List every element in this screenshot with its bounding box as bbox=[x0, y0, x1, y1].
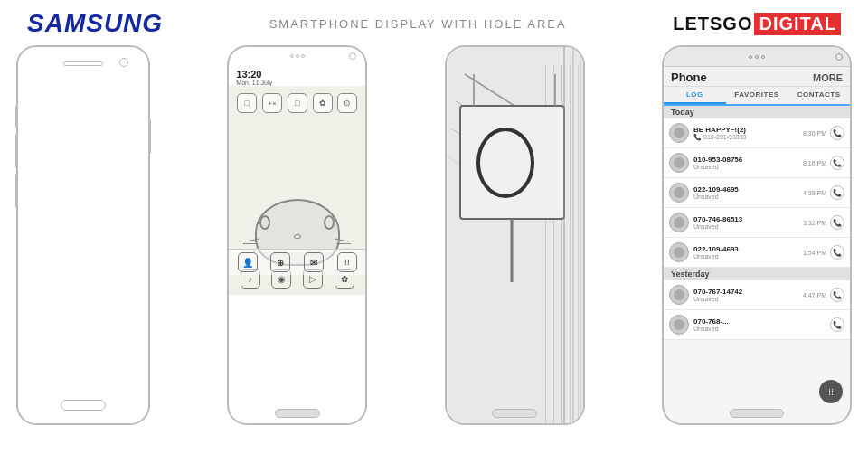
status-info: 13:20 Mon, 11 July bbox=[229, 67, 365, 86]
contact-info: BE HAPPY~!(2) 📞010-201-93333 bbox=[693, 126, 803, 141]
avatar bbox=[669, 153, 689, 173]
phone-ico: 📞 bbox=[693, 134, 702, 141]
power-button bbox=[148, 119, 151, 154]
phones-row: 13:20 Mon, 11 July □ +× □ ✿ ⊙ bbox=[0, 45, 868, 425]
dock-row: 👤 ⊕ ✉ ⁞⁞ bbox=[229, 249, 365, 275]
tab-contacts[interactable]: CONTACTS bbox=[788, 87, 850, 104]
dot-2 bbox=[755, 55, 759, 59]
tab-log[interactable]: LOG bbox=[664, 87, 726, 104]
speaker bbox=[63, 61, 103, 66]
contact-row[interactable]: 070-768-... Unsaved 📞 bbox=[664, 310, 850, 340]
contact-time: 8:30 PM bbox=[803, 130, 826, 137]
contact-row[interactable]: 010-953-08756 Unsaved 8:16 PM 📞 bbox=[664, 148, 850, 178]
app-icon-2[interactable]: +× bbox=[262, 93, 282, 113]
call-button[interactable]: 📞 bbox=[830, 288, 844, 302]
letsgo-logo: LETSGODIGITAL bbox=[673, 13, 841, 35]
homescreen-content: 13:20 Mon, 11 July □ +× □ ✿ ⊙ bbox=[229, 47, 365, 295]
dot-3 bbox=[761, 55, 765, 59]
home-button bbox=[61, 400, 106, 411]
contact-time: 4:47 PM bbox=[803, 292, 826, 298]
sensor-dots-app bbox=[749, 55, 765, 59]
app-tabs: LOG FAVORITES CONTACTS bbox=[664, 87, 850, 106]
contact-row[interactable]: 022-109-4695 Unsaved 4:39 PM 📞 bbox=[664, 178, 850, 208]
app-icon-5[interactable]: ⊙ bbox=[337, 93, 357, 113]
app-icon-3[interactable]: □ bbox=[288, 93, 307, 113]
phone-2-homescreen: 13:20 Mon, 11 July □ +× □ ✿ ⊙ bbox=[227, 45, 367, 425]
home-button-2[interactable] bbox=[275, 409, 320, 418]
contact-name: 022-109-4693 bbox=[693, 245, 803, 253]
dot-3 bbox=[301, 54, 305, 58]
app-icon-4[interactable]: ✿ bbox=[313, 93, 333, 113]
dock-contacts[interactable]: 👤 bbox=[238, 252, 258, 272]
avatar bbox=[669, 242, 689, 262]
contact-row[interactable]: 070-746-86513 Unsaved 3:32 PM 📞 bbox=[664, 208, 850, 238]
avatar bbox=[669, 213, 689, 232]
contact-row[interactable]: 022-109-4693 Unsaved 1:54 PM 📞 bbox=[664, 238, 850, 268]
contact-row[interactable]: BE HAPPY~!(2) 📞010-201-93333 8:30 PM 📞 bbox=[664, 118, 850, 148]
contact-info: 010-953-08756 Unsaved bbox=[693, 156, 803, 170]
camera-circle bbox=[119, 58, 128, 67]
call-button[interactable]: 📞 bbox=[830, 126, 844, 140]
contact-row[interactable]: 070-767-14742 Unsaved 4:47 PM 📞 bbox=[664, 280, 850, 310]
totoro-nose bbox=[294, 234, 301, 239]
contact-info: 070-746-86513 Unsaved bbox=[693, 215, 803, 230]
call-button[interactable]: 📞 bbox=[830, 317, 844, 332]
contact-sub: Unsaved bbox=[693, 223, 803, 230]
homescreen-body: □ +× □ ✿ ⊙ bbox=[229, 86, 365, 295]
home-button-3[interactable] bbox=[492, 409, 537, 418]
contact-info: 070-767-14742 Unsaved bbox=[693, 288, 803, 302]
date: Mon, 11 July bbox=[236, 80, 358, 86]
camera-hole-app bbox=[835, 53, 843, 61]
contact-name: 070-746-86513 bbox=[693, 215, 803, 223]
home-button-app[interactable] bbox=[730, 409, 784, 418]
contact-info: 022-109-4695 Unsaved bbox=[693, 185, 803, 200]
contact-sub: 📞010-201-93333 bbox=[693, 134, 803, 141]
fab-dialpad[interactable]: ⁞⁞ bbox=[819, 380, 843, 403]
volume-down-button bbox=[15, 134, 18, 168]
dot-1 bbox=[749, 55, 752, 59]
app-title: Phone bbox=[671, 71, 707, 84]
contact-time: 4:39 PM bbox=[803, 190, 826, 196]
background-svg bbox=[447, 47, 583, 423]
dot-1 bbox=[290, 54, 294, 58]
phone-4-app: Phone MORE LOG FAVORITES CONTACTS Today … bbox=[662, 45, 852, 425]
more-button[interactable]: MORE bbox=[813, 72, 843, 83]
phone-3-fullscreen bbox=[445, 45, 585, 425]
whisker-1 bbox=[245, 239, 259, 242]
dialpad-icon: ⁞⁞ bbox=[828, 387, 834, 397]
clock: 13:20 bbox=[236, 69, 358, 80]
bixby-button bbox=[15, 174, 18, 208]
app-row-1: □ +× □ ✿ ⊙ bbox=[234, 93, 360, 113]
avatar bbox=[669, 285, 689, 305]
tab-favorites[interactable]: FAVORITES bbox=[726, 87, 788, 104]
avatar bbox=[669, 123, 689, 143]
app-titlebar: Phone MORE bbox=[664, 67, 850, 87]
contact-name: 022-109-4695 bbox=[693, 185, 803, 194]
section-yesterday: Yesterday bbox=[664, 268, 850, 280]
contact-info: 070-768-... Unsaved bbox=[693, 317, 826, 332]
dock-apps[interactable]: ⁞⁞ bbox=[337, 252, 357, 272]
fullscreen-content bbox=[447, 47, 583, 423]
avatar bbox=[669, 315, 689, 335]
dot-2 bbox=[296, 54, 299, 58]
whisker-3 bbox=[335, 239, 349, 242]
anime-illustration bbox=[447, 47, 583, 423]
totoro-eye-left bbox=[259, 215, 270, 230]
dock-messages[interactable]: ✉ bbox=[304, 252, 324, 272]
contact-name: 070-767-14742 bbox=[693, 288, 803, 296]
contact-name: 010-953-08756 bbox=[693, 156, 803, 164]
letsgo-text: LETSGO bbox=[673, 14, 752, 34]
page-header: SAMSUNG SMARTPHONE DISPLAY WITH HOLE ARE… bbox=[0, 0, 868, 43]
contact-name: BE HAPPY~!(2) bbox=[693, 126, 803, 134]
call-button[interactable]: 📞 bbox=[830, 245, 844, 260]
app-icon-1[interactable]: □ bbox=[237, 93, 257, 113]
totoro-sketch bbox=[234, 117, 360, 266]
dock-browser[interactable]: ⊕ bbox=[270, 252, 290, 272]
contact-info: 022-109-4693 Unsaved bbox=[693, 245, 803, 260]
contact-time: 8:16 PM bbox=[803, 160, 826, 166]
call-button[interactable]: 📞 bbox=[830, 156, 844, 170]
call-button[interactable]: 📞 bbox=[830, 185, 844, 200]
call-button[interactable]: 📞 bbox=[830, 215, 844, 230]
contact-sub: Unsaved bbox=[693, 194, 803, 200]
contact-sub: Unsaved bbox=[693, 296, 803, 302]
